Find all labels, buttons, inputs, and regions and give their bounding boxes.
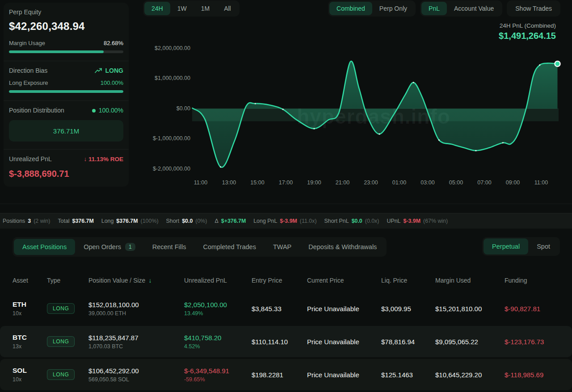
metric-tab-pnl[interactable]: PnL [421, 2, 447, 15]
tab-recent-fills[interactable]: Recent Fills [144, 239, 195, 255]
column-header-current-price[interactable]: Current Price [307, 277, 381, 284]
table-row-sol[interactable]: SOL10xLONG$106,452,292.00569,050.58 SOL$… [0, 359, 572, 390]
distribution-bucket-value: 376.71M [53, 127, 79, 135]
long-exposure-value: 100.00% [101, 79, 123, 86]
range-tab-1m[interactable]: 1M [194, 2, 217, 15]
cell-asset: BTC13x [13, 334, 47, 350]
position-distribution-value: 100.00% [99, 107, 123, 114]
roe-value: 11.13% ROE [88, 156, 123, 163]
column-header-label: Funding [505, 277, 527, 284]
summary-item-value: $+376.7M [221, 218, 246, 224]
metric-tab-account-value[interactable]: Account Value [447, 2, 501, 15]
table-row-btc[interactable]: BTC13xLONG$118,235,847.871,070.03 BTC$41… [0, 326, 572, 357]
cell-margin-used: $10,645,229.20 [435, 371, 505, 379]
time-range-tab-group: 24H1W1MAll [143, 0, 240, 17]
cell-liq-price: $78,816.94 [381, 338, 435, 346]
cell-liq-price-value: $3,009.95 [381, 305, 435, 313]
position-distribution-bucket[interactable]: 376.71M [9, 120, 123, 142]
unrealized-pnl-row: Unrealized PnL ↓ 11.13% ROE [9, 155, 123, 163]
cell-asset: ETH10x [13, 300, 47, 317]
perp-equity-value: $42,260,348.94 [9, 20, 123, 33]
range-tab-24h[interactable]: 24H [144, 2, 170, 15]
unrealized-pnl-value: $2,050,100.00 [184, 301, 252, 309]
summary-item-long: Long$376.7M(100%) [101, 218, 159, 224]
column-header-label: Asset [13, 277, 28, 284]
table-body: ETH10xLONG$152,018,100.0039,000.00 ETH$2… [0, 293, 572, 390]
x-axis-tick: 09:00 [502, 179, 524, 186]
long-exposure-row: Long Exposure 100.00% [9, 79, 123, 86]
data-point-dot [502, 142, 504, 143]
margin-usage-bar [9, 50, 123, 53]
cell-unrealized-pnl: $410,758.204.52% [184, 334, 252, 350]
column-header-unrealized-pnl[interactable]: Unrealized PnL [184, 277, 252, 284]
cell-margin-used: $15,201,810.00 [435, 305, 505, 313]
metric-tab-group: PnLAccount Value [420, 0, 502, 17]
column-header-position-value-size[interactable]: Position Value / Size↓ [88, 277, 184, 284]
column-header-asset[interactable]: Asset [13, 277, 47, 284]
summary-item-value: 3 [28, 218, 31, 224]
range-tab-all[interactable]: All [217, 2, 238, 15]
summary-item-short: Short$0.0(0%) [166, 218, 207, 224]
cell-margin-used-value: $9,095,065.22 [435, 338, 505, 346]
y-axis-tick: $0.00 [132, 105, 190, 112]
summary-item-upnl: UPnL$-3.9M(67% win) [387, 218, 448, 224]
perp-equity-label: Perp Equity [9, 8, 123, 16]
cell-funding-value: $-90,827.81 [505, 305, 572, 313]
cell-unrealized-pnl: $2,050,100.0013.49% [184, 301, 252, 317]
x-axis-tick: 01:00 [389, 179, 410, 186]
long-exposure-bar-fill [9, 90, 123, 93]
tab-label: TWAP [273, 243, 291, 250]
cell-funding: $-123,176.73 [505, 338, 572, 346]
market-tab-perpetual[interactable]: Perpetual [484, 238, 528, 254]
pnl-area-chart[interactable] [132, 42, 572, 190]
cell-type: LONG [47, 369, 88, 380]
tab-label: Open Orders [84, 243, 121, 250]
open-orders-count-badge: 1 [125, 243, 135, 251]
cell-entry-price: $3,845.33 [252, 305, 307, 313]
x-axis-tick: 03:00 [417, 179, 438, 186]
column-header-margin-used[interactable]: Margin Used [435, 277, 505, 284]
tab-completed-trades[interactable]: Completed Trades [194, 239, 264, 255]
metric-tab-label: PnL [429, 5, 440, 12]
mode-tab-perp-only[interactable]: Perp Only [372, 2, 414, 15]
cell-position-value: $152,018,100.0039,000.00 ETH [88, 301, 184, 317]
tab-asset-positions[interactable]: Asset Positions [14, 239, 75, 255]
section-divider [0, 204, 572, 204]
column-header-label: Type [47, 277, 60, 284]
summary-item-label: Δ [214, 218, 218, 224]
market-tab-spot[interactable]: Spot [528, 238, 559, 254]
summary-item-label: Long [101, 218, 114, 224]
chart-header: 24H PnL (Combined) $1,491,264.15 [499, 22, 556, 41]
unrealized-pnl-pct: -59.65% [184, 376, 252, 383]
x-axis-tick: 05:00 [446, 179, 467, 186]
show-trades-button-show-trades[interactable]: Show Trades [508, 2, 559, 15]
tab-open-orders[interactable]: Open Orders1 [75, 238, 144, 255]
summary-item-value: $-3.9M [403, 218, 421, 224]
direction-bias-section: Direction Bias LONG Long Exposure 100.00… [4, 61, 129, 100]
column-header-type[interactable]: Type [47, 277, 88, 284]
column-header-funding[interactable]: Funding [505, 277, 572, 284]
arrow-down-icon: ↓ [84, 156, 88, 163]
margin-usage-bar-fill [9, 50, 104, 53]
long-badge: LONG [47, 303, 75, 314]
column-header-entry-price[interactable]: Entry Price [252, 277, 307, 284]
table-row-eth[interactable]: ETH10xLONG$152,018,100.0039,000.00 ETH$2… [0, 293, 572, 324]
mode-tab-combined[interactable]: Combined [329, 2, 372, 15]
column-header-liq-price[interactable]: Liq. Price [381, 277, 435, 284]
tab-twap[interactable]: TWAP [265, 239, 300, 255]
summary-item-note: (2 win) [34, 218, 50, 224]
x-axis-tick: 11:00 [530, 179, 552, 186]
cell-position-value: $118,235,847.871,070.03 BTC [88, 334, 184, 350]
position-distribution-value-wrap: 100.00% [92, 107, 123, 114]
tab-deposits-withdrawals[interactable]: Deposits & Withdrawals [300, 239, 385, 255]
direction-bias-value: LONG [105, 67, 123, 74]
section-tab-group: Asset PositionsOpen Orders1Recent FillsC… [13, 237, 387, 257]
position-size: 569,050.58 SOL [88, 376, 184, 383]
summary-item-value: $376.7M [72, 218, 94, 224]
summary-item-value: $376.7M [116, 218, 138, 224]
unrealized-pnl-value: $-3,888,690.71 [9, 169, 123, 179]
x-axis-tick: 23:00 [360, 179, 382, 186]
cell-position-value: $106,452,292.00569,050.58 SOL [88, 367, 184, 383]
tab-label: Deposits & Withdrawals [308, 243, 377, 250]
range-tab-1w[interactable]: 1W [170, 2, 194, 15]
